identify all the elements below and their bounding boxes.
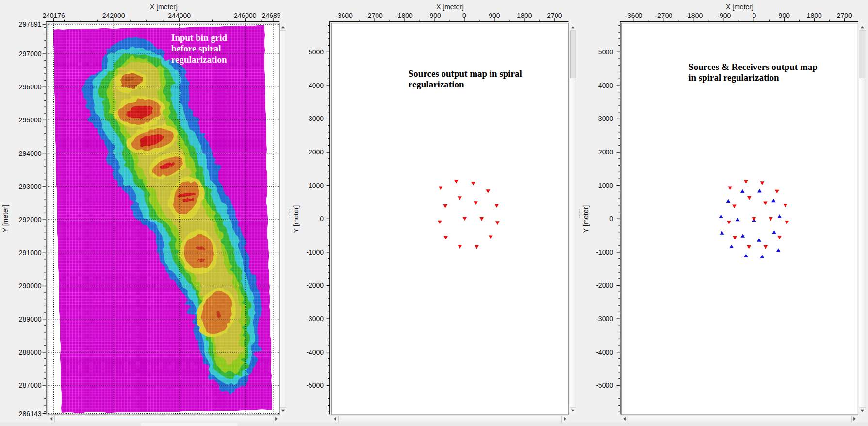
svg-text:290000: 290000 — [19, 282, 42, 290]
svg-text:3000: 3000 — [309, 115, 324, 122]
svg-text:244000: 244000 — [168, 12, 191, 19]
svg-text:2000: 2000 — [598, 148, 613, 156]
svg-text:0: 0 — [752, 12, 756, 19]
svg-text:1000: 1000 — [598, 182, 613, 189]
svg-text:297000: 297000 — [19, 50, 42, 58]
svg-text:-900: -900 — [427, 12, 441, 19]
svg-text:-5000: -5000 — [306, 381, 324, 389]
svg-text:-2700: -2700 — [365, 12, 383, 19]
svg-text:0: 0 — [320, 215, 324, 222]
svg-text:-4000: -4000 — [596, 348, 613, 356]
svg-text:293000: 293000 — [19, 183, 42, 190]
svg-text:-1000: -1000 — [596, 248, 613, 256]
svg-text:Y [meter]: Y [meter] — [292, 205, 300, 233]
svg-text:-2000: -2000 — [306, 281, 324, 289]
svg-text:0: 0 — [462, 12, 466, 19]
svg-text:294000: 294000 — [19, 150, 42, 157]
svg-text:0: 0 — [609, 215, 613, 222]
svg-text:2000: 2000 — [309, 148, 324, 156]
svg-text:-3600: -3600 — [625, 12, 642, 19]
svg-text:289000: 289000 — [19, 315, 42, 323]
svg-text:-3600: -3600 — [335, 12, 353, 19]
svg-text:286143: 286143 — [19, 410, 42, 418]
svg-text:295000: 295000 — [19, 116, 42, 124]
svg-text:1800: 1800 — [517, 12, 532, 19]
svg-text:288000: 288000 — [19, 348, 42, 356]
svg-text:292000: 292000 — [19, 216, 42, 223]
svg-text:-900: -900 — [717, 12, 731, 19]
svg-text:X [meter]: X [meter] — [436, 3, 464, 11]
svg-text:X [meter]: X [meter] — [150, 3, 178, 11]
svg-text:2700: 2700 — [837, 12, 852, 19]
svg-text:296000: 296000 — [19, 83, 42, 91]
svg-text:-2000: -2000 — [596, 281, 613, 289]
svg-text:-4000: -4000 — [306, 348, 324, 356]
svg-text:246000: 246000 — [234, 12, 257, 19]
svg-text:4000: 4000 — [598, 82, 613, 89]
svg-text:-1800: -1800 — [685, 12, 703, 19]
svg-text:5000: 5000 — [309, 48, 324, 56]
svg-text:900: 900 — [779, 12, 790, 19]
svg-text:before spiral: before spiral — [171, 43, 221, 53]
svg-text:-3000: -3000 — [306, 315, 324, 323]
svg-text:-1000: -1000 — [306, 248, 324, 256]
svg-text:2700: 2700 — [547, 12, 562, 19]
svg-text:Sources output map in spiral: Sources output map in spiral — [409, 68, 522, 79]
svg-text:4000: 4000 — [309, 82, 324, 89]
svg-text:Y [meter]: Y [meter] — [582, 205, 590, 233]
svg-text:Input bin grid: Input bin grid — [171, 33, 228, 43]
svg-text:regularization: regularization — [171, 54, 227, 65]
svg-text:3000: 3000 — [598, 115, 613, 122]
svg-text:1000: 1000 — [309, 182, 324, 189]
svg-text:297891: 297891 — [19, 20, 42, 28]
svg-text:1800: 1800 — [807, 12, 822, 19]
svg-text:X [meter]: X [meter] — [726, 3, 753, 11]
svg-text:242000: 242000 — [102, 12, 125, 19]
svg-text:287000: 287000 — [19, 381, 42, 389]
svg-text:-2700: -2700 — [655, 12, 672, 19]
svg-text:240176: 240176 — [42, 12, 65, 19]
svg-text:in spiral regularization: in spiral regularization — [688, 72, 779, 83]
svg-text:5000: 5000 — [598, 48, 613, 56]
svg-text:regularization: regularization — [409, 79, 464, 89]
svg-text:Sources & Receivers output map: Sources & Receivers output map — [688, 62, 818, 72]
svg-text:-3000: -3000 — [596, 315, 613, 323]
svg-text:-5000: -5000 — [596, 381, 613, 389]
svg-text:900: 900 — [489, 12, 500, 19]
svg-text:291000: 291000 — [19, 249, 42, 256]
svg-text:-1800: -1800 — [395, 12, 413, 19]
svg-text:Y [meter]: Y [meter] — [1, 205, 9, 233]
